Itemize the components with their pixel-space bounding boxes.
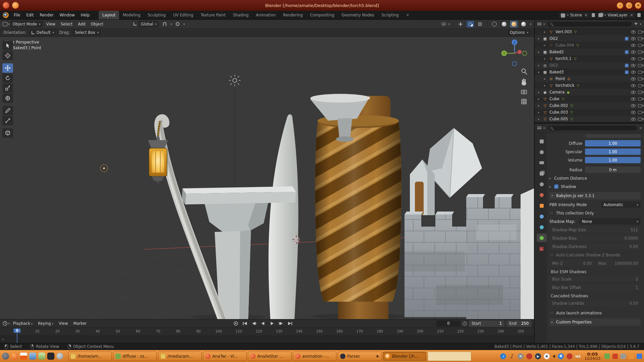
scene-selector[interactable]: ▾ Scene × bbox=[559, 12, 590, 18]
world-tab[interactable] bbox=[537, 191, 547, 199]
scene-tab[interactable] bbox=[537, 180, 547, 188]
expand-arrow-icon[interactable]: ▸ bbox=[544, 77, 547, 80]
new-view-layer-icon[interactable] bbox=[637, 13, 641, 17]
auto-calc-row[interactable]: Auto Calculate Shadow Z Bounds bbox=[549, 251, 641, 258]
disable-in-renders-icon[interactable] bbox=[638, 98, 642, 101]
settings-icon[interactable] bbox=[56, 353, 63, 360]
menubar-item[interactable]: File bbox=[11, 11, 23, 19]
babylon-section-header[interactable]: ▾ Babylon.js ver 3.3.1 bbox=[549, 192, 641, 199]
disable-in-renders-icon[interactable] bbox=[638, 84, 642, 87]
mail-tray-icon[interactable] bbox=[612, 354, 618, 359]
menubar-item[interactable]: Edit bbox=[23, 11, 37, 19]
shadow-map-size-field[interactable]: Shadow Map Size512 bbox=[549, 227, 641, 233]
record-tray-icon[interactable] bbox=[526, 353, 532, 359]
keyboard-layout-indicator[interactable]: us bbox=[575, 354, 581, 359]
disable-in-renders-icon[interactable] bbox=[638, 111, 642, 114]
scale-tool[interactable] bbox=[2, 83, 13, 93]
hide-in-viewport-icon[interactable] bbox=[631, 98, 636, 101]
3d-viewport[interactable]: Z Y User Per bbox=[0, 37, 534, 319]
disable-in-renders-icon[interactable] bbox=[638, 51, 642, 54]
disable-in-renders-icon[interactable] bbox=[638, 104, 642, 107]
timeline-menu-item[interactable]: Keying bbox=[35, 321, 56, 326]
transform-orientation-dropdown[interactable]: Global bbox=[139, 21, 159, 27]
measure-tool[interactable] bbox=[2, 116, 13, 125]
pbr-mode-dropdown[interactable]: Automatic bbox=[601, 201, 641, 208]
taskbar-window-button[interactable]: /home/am... bbox=[68, 352, 112, 361]
hide-in-viewport-icon[interactable] bbox=[631, 44, 636, 47]
visibility-eye-icon[interactable] bbox=[441, 22, 446, 25]
viewport-menu-item[interactable]: Add bbox=[75, 22, 88, 26]
shadow-panel[interactable]: ▸ Shadow bbox=[549, 183, 641, 190]
shadow-checkbox[interactable] bbox=[554, 184, 558, 189]
play-reverse-button[interactable] bbox=[259, 320, 267, 327]
bluetooth-tray-icon[interactable]: B bbox=[558, 353, 564, 359]
properties-editor-icon[interactable] bbox=[537, 126, 541, 130]
taskbar-window-button[interactable]: Blender [/h... bbox=[383, 352, 426, 361]
timeline-body[interactable]: 1020304050607080901001101201301401501601… bbox=[0, 328, 534, 343]
workspace-tab[interactable]: Modeling bbox=[119, 11, 144, 19]
cut-tray-icon[interactable]: × bbox=[518, 353, 524, 359]
shading-material-button[interactable] bbox=[510, 21, 518, 27]
outliner-item[interactable]: ▸ Baked3 bbox=[535, 69, 644, 75]
collection-checkbox[interactable] bbox=[625, 70, 629, 74]
blur-scale-field[interactable]: Blur Scale2 bbox=[549, 276, 641, 282]
network-tray-icon[interactable] bbox=[567, 353, 573, 359]
play-tray-icon[interactable]: ▶ bbox=[535, 353, 541, 359]
disable-in-renders-icon[interactable] bbox=[638, 71, 642, 74]
viewport-scene[interactable]: Z Y bbox=[0, 37, 534, 319]
move-tool[interactable] bbox=[2, 63, 13, 73]
pan-hand-icon[interactable] bbox=[522, 78, 526, 85]
next-keyframe-button[interactable] bbox=[277, 320, 285, 327]
outliner-item[interactable]: ▸ Vert.003 bbox=[535, 28, 644, 35]
collection-checkbox[interactable] bbox=[625, 50, 629, 54]
expand-arrow-icon[interactable]: ▸ bbox=[538, 104, 541, 107]
output-tab[interactable] bbox=[537, 159, 547, 167]
material-tab[interactable] bbox=[537, 244, 547, 253]
editor-type-icon[interactable] bbox=[3, 22, 7, 26]
maximize-button[interactable]: ▫ bbox=[626, 2, 632, 9]
shading-rendered-button[interactable] bbox=[520, 21, 527, 27]
hide-in-viewport-icon[interactable] bbox=[631, 77, 636, 80]
shadow-darkness-field[interactable]: Shadow Darkness0.00 bbox=[549, 243, 641, 250]
custom-properties-header[interactable]: ▸ Custom Properties bbox=[549, 318, 641, 326]
expand-arrow-icon[interactable]: ▸ bbox=[538, 37, 541, 40]
hide-in-viewport-icon[interactable] bbox=[631, 104, 636, 107]
hide-in-viewport-icon[interactable] bbox=[631, 71, 636, 74]
workspace-tab[interactable]: Texture Paint bbox=[197, 11, 229, 19]
close-button[interactable]: × bbox=[635, 2, 641, 9]
view-layer-tab[interactable] bbox=[537, 169, 547, 178]
proportional-editing-toggle[interactable] bbox=[174, 21, 181, 27]
terminal-icon[interactable] bbox=[47, 353, 54, 360]
viewport-menu-item[interactable]: View bbox=[44, 22, 58, 26]
expand-arrow-icon[interactable]: ▸ bbox=[544, 84, 547, 87]
workspace-tab[interactable]: Rendering bbox=[279, 11, 307, 19]
modifiers-tab[interactable] bbox=[537, 212, 547, 221]
disable-in-renders-icon[interactable] bbox=[638, 77, 642, 80]
disable-in-renders-icon[interactable] bbox=[638, 37, 642, 40]
wood-beam-mesh[interactable] bbox=[415, 182, 424, 215]
blender-logo-icon[interactable] bbox=[3, 12, 9, 18]
workspace-tab[interactable]: Shading bbox=[229, 11, 252, 19]
workspace-tab[interactable]: UV Editing bbox=[169, 11, 197, 19]
taskbar-window-button[interactable]: /media/am... bbox=[158, 352, 202, 361]
collection-only-checkbox[interactable] bbox=[549, 211, 554, 215]
expand-arrow-icon[interactable]: ▸ bbox=[538, 117, 541, 121]
disable-in-renders-icon[interactable] bbox=[638, 118, 642, 121]
viewport-menu-item[interactable]: Select bbox=[58, 22, 75, 26]
jump-to-end-button[interactable] bbox=[286, 320, 294, 327]
taskbar-window-button[interactable]: AnaTwi - Vi... bbox=[203, 352, 247, 361]
orientation-dropdown[interactable]: Default bbox=[29, 29, 57, 36]
taskbar-window-button[interactable]: AnalieStar ... bbox=[248, 352, 291, 361]
auto-calc-checkbox[interactable] bbox=[549, 253, 554, 257]
outliner-item[interactable]: ▸ Camera bbox=[535, 89, 644, 96]
info-tray-icon[interactable]: i bbox=[500, 353, 506, 359]
hide-in-viewport-icon[interactable] bbox=[631, 31, 636, 34]
expand-arrow-icon[interactable]: ▸ bbox=[538, 90, 541, 94]
diffuse-slider[interactable]: 1.00 bbox=[585, 140, 641, 146]
xray-toggle[interactable] bbox=[476, 21, 484, 27]
outliner-item[interactable]: ▸ Cube.003 bbox=[535, 109, 644, 116]
taskbar-window-button[interactable]: animation -... bbox=[293, 352, 336, 361]
show-gizmo-toggle[interactable] bbox=[457, 21, 464, 27]
remove-view-layer-icon[interactable]: × bbox=[629, 13, 634, 17]
shading-wireframe-button[interactable] bbox=[491, 21, 498, 27]
